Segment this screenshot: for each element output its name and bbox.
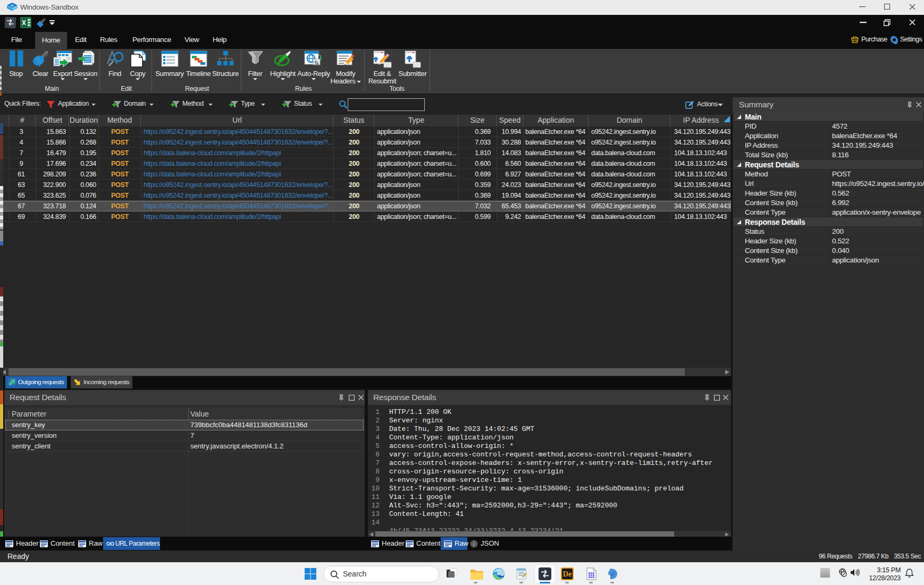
svg-text:i: i: [473, 541, 475, 547]
svg-text:De: De: [563, 570, 572, 578]
